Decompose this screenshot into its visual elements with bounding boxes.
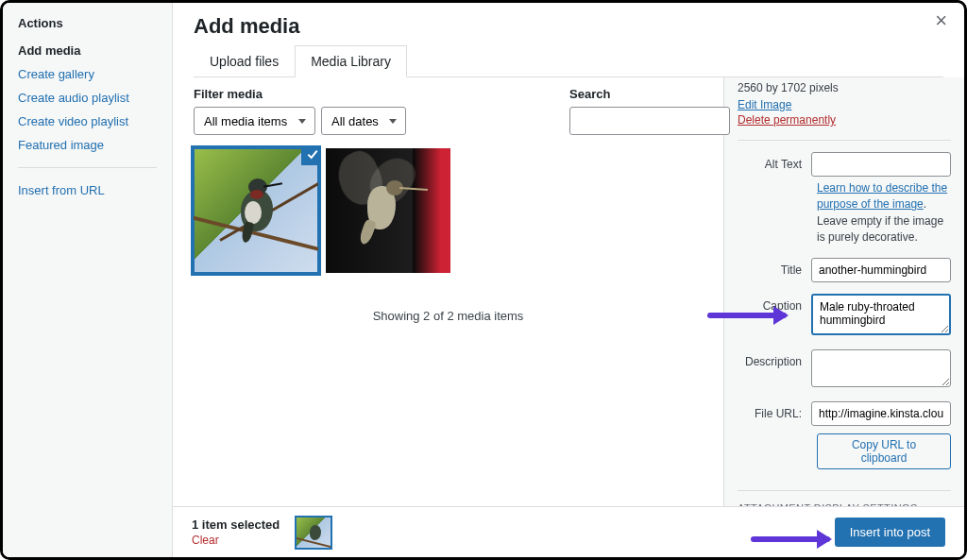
clear-selection-link[interactable]: Clear	[192, 534, 280, 547]
sidebar-item-create-gallery[interactable]: Create gallery	[18, 67, 157, 81]
search-input[interactable]	[569, 107, 730, 135]
file-url-label: File URL:	[738, 401, 802, 420]
main-panel: Add media × Upload files Media Library F…	[173, 3, 964, 557]
modal-header: Add media × Upload files Media Library	[173, 3, 964, 77]
search-label: Search	[569, 87, 730, 101]
results-count: Showing 2 of 2 media items	[194, 309, 703, 323]
sidebar-item-insert-from-url[interactable]: Insert from URL	[18, 183, 157, 197]
content-area: Filter media All media items All dates	[173, 77, 964, 557]
tab-upload-files[interactable]: Upload files	[194, 45, 295, 77]
edit-image-link[interactable]: Edit Image	[738, 98, 951, 111]
title-input[interactable]	[811, 258, 951, 282]
annotation-arrow-insert	[751, 536, 830, 542]
tab-label: Upload files	[210, 54, 279, 69]
media-item-2[interactable]	[326, 148, 450, 273]
delete-permanently-link[interactable]: Delete permanently	[738, 113, 951, 127]
caption-input[interactable]: Male ruby-throated hummingbird	[811, 294, 951, 335]
copy-url-label: Copy URL to clipboard	[852, 438, 916, 465]
sidebar-item-create-video-playlist[interactable]: Create video playlist	[18, 114, 157, 128]
modal-footer: 1 item selected Clear Insert into post	[173, 506, 964, 557]
media-grid-column: Filter media All media items All dates	[173, 77, 723, 557]
sidebar-item-label: Insert from URL	[18, 183, 105, 197]
title-label: Title	[738, 258, 802, 277]
title-row: Title	[738, 258, 951, 282]
selected-thumbnail[interactable]	[295, 516, 332, 550]
checkmark-icon	[301, 148, 318, 165]
sidebar-item-label: Create audio playlist	[18, 91, 129, 105]
description-row: Description	[738, 349, 951, 390]
annotation-arrow-caption	[707, 313, 787, 318]
alt-text-label: Alt Text	[738, 152, 802, 171]
actions-heading: Actions	[18, 16, 157, 30]
media-item-1[interactable]	[194, 148, 318, 273]
filter-row: Filter media All media items All dates	[194, 87, 703, 135]
sidebar-item-add-media[interactable]: Add media	[18, 43, 157, 58]
description-label: Description	[738, 349, 802, 368]
sidebar-item-label: Create gallery	[18, 67, 94, 81]
sidebar-item-label: Create video playlist	[18, 114, 128, 128]
description-input[interactable]	[811, 349, 951, 387]
search-block: Search	[569, 87, 730, 135]
sidebar-item-label: Featured image	[18, 138, 104, 152]
filter-media-type-select[interactable]: All media items	[194, 107, 315, 135]
sidebar-item-label: Add media	[18, 43, 80, 58]
selection-info: 1 item selected Clear	[192, 518, 280, 547]
insert-into-post-button[interactable]: Insert into post	[835, 518, 945, 547]
caption-label: Caption	[738, 294, 802, 313]
actions-sidebar: Actions Add media Create gallery Create …	[3, 3, 173, 557]
file-url-input[interactable]	[811, 401, 951, 426]
copy-url-button[interactable]: Copy URL to clipboard	[817, 433, 951, 469]
filter-dates-select[interactable]: All dates	[321, 107, 406, 135]
tab-label: Media Library	[311, 54, 391, 69]
page-title: Add media	[194, 14, 943, 39]
dimensions-text: 2560 by 1702 pixels	[738, 81, 951, 94]
sidebar-divider	[18, 167, 157, 168]
alt-text-row: Alt Text	[738, 152, 951, 177]
file-url-row: File URL:	[738, 401, 951, 426]
insert-button-label: Insert into post	[850, 525, 930, 539]
alt-text-hint: Learn how to describe the purpose of the…	[817, 180, 951, 246]
media-thumbnails	[194, 148, 703, 273]
filter-media-label: Filter media	[194, 87, 406, 101]
sidebar-item-create-audio-playlist[interactable]: Create audio playlist	[18, 91, 157, 105]
tab-media-library[interactable]: Media Library	[295, 45, 407, 77]
tabs: Upload files Media Library	[194, 44, 943, 77]
selected-count: 1 item selected	[192, 518, 280, 532]
sidebar-item-featured-image[interactable]: Featured image	[18, 138, 157, 152]
filter-media-block: Filter media All media items All dates	[194, 87, 406, 135]
close-icon[interactable]: ×	[935, 8, 947, 33]
divider	[738, 140, 951, 141]
alt-text-input[interactable]	[811, 152, 951, 177]
alt-hint-link[interactable]: Learn how to describe the purpose of the…	[817, 181, 947, 211]
